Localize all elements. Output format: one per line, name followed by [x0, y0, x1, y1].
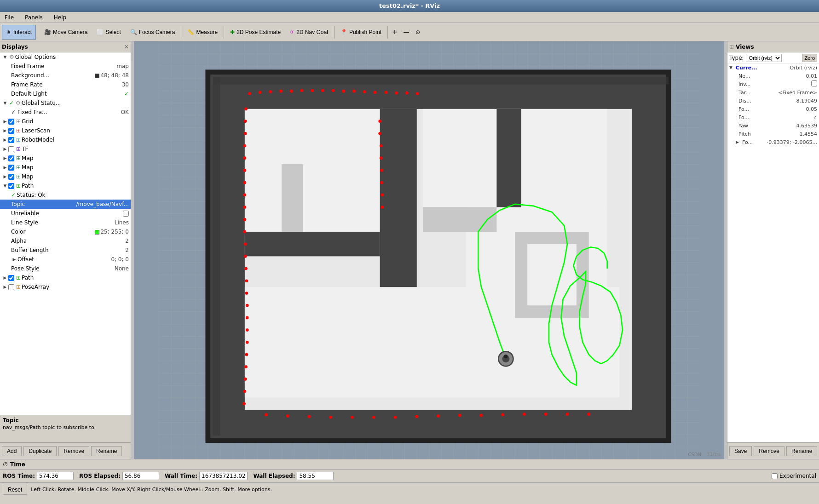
posearray-checkbox[interactable] [8, 284, 14, 290]
map1-arrow[interactable]: ▶ [2, 156, 8, 160]
default-light-row[interactable]: Default Light ✓ [0, 89, 131, 98]
duplicate-button[interactable]: Duplicate [23, 446, 57, 456]
tf-row[interactable]: ▶ ⊞ TF [0, 144, 131, 154]
views-target-row[interactable]: Tar... <Fixed Frame> [727, 88, 819, 97]
reset-button[interactable]: Reset [3, 485, 27, 495]
path1-offset-arrow[interactable]: ▶ [11, 257, 17, 262]
path1-color-label: Color [11, 229, 95, 235]
map2-arrow[interactable]: ▶ [2, 165, 8, 170]
global-options-row[interactable]: ▼ ⚙ Global Options [0, 52, 131, 62]
views-focal-row[interactable]: ▶ Fo... -0.93379; -2.0065... [727, 138, 819, 146]
path1-row[interactable]: ▼ ⊞ Path [0, 181, 131, 190]
rename-button[interactable]: Rename [91, 446, 122, 456]
views-inv-checkbox[interactable] [811, 80, 817, 86]
grid-arrow[interactable]: ▶ [2, 119, 8, 124]
svg-point-90 [504, 355, 508, 358]
select-button[interactable]: ⬜ Select [92, 25, 125, 40]
views-fo2-row[interactable]: Fo... ✓ [727, 113, 819, 121]
frame-rate-row[interactable]: Frame Rate 30 [0, 80, 131, 89]
grid-checkbox[interactable] [8, 119, 14, 125]
displays-close-icon[interactable]: ✕ [124, 44, 129, 50]
views-current-row[interactable]: ▼ Curre... Orbit (rviz) [727, 63, 819, 72]
views-dist-row[interactable]: Dis... 8.19049 [727, 97, 819, 105]
views-fo1-row[interactable]: Fo... 0.05 [727, 105, 819, 113]
2d-pose-button[interactable]: ✚ 2D Pose Estimate [226, 25, 285, 40]
path1-color-row[interactable]: Color 25; 255; 0 [0, 227, 131, 236]
viewport[interactable]: 31fps CSDN [134, 41, 724, 459]
path1-bufferlength-row[interactable]: Buffer Length 2 [0, 246, 131, 255]
fixed-frame-row[interactable]: Fixed Frame map [0, 62, 131, 71]
grid-row[interactable]: ▶ ⊞ Grid [0, 117, 131, 126]
views-inv-row[interactable]: Inv... [727, 80, 819, 88]
map3-checkbox[interactable] [8, 174, 14, 180]
svg-point-62 [243, 390, 247, 393]
path1-linestyle-row[interactable]: Line Style Lines [0, 218, 131, 227]
path2-row[interactable]: ▶ ⊞ Path [0, 273, 131, 282]
views-inv-label: Inv... [738, 81, 811, 87]
views-remove-button[interactable]: Remove [754, 446, 784, 456]
path1-arrow[interactable]: ▼ [2, 183, 8, 188]
path2-arrow[interactable]: ▶ [2, 275, 8, 280]
experimental-checkbox[interactable] [772, 473, 778, 479]
views-near-row[interactable]: Ne... 0.01 [727, 72, 819, 80]
map3-arrow[interactable]: ▶ [2, 174, 8, 179]
remove-button[interactable]: Remove [58, 446, 89, 456]
posearray-row[interactable]: ▶ ⊞ PoseArray [0, 282, 131, 292]
path1-offset-row[interactable]: ▶ Offset 0; 0; 0 [0, 255, 131, 264]
background-row[interactable]: Background... 48; 48; 48 [0, 71, 131, 80]
map2-checkbox[interactable] [8, 165, 14, 171]
views-yaw-label: Yaw [738, 123, 796, 129]
path1-posestyle-row[interactable]: Pose Style None [0, 264, 131, 273]
global-status-row[interactable]: ▼ ✓ ⚙ Global Statu... [0, 98, 131, 108]
publish-point-button[interactable]: 📍 Publish Point [336, 25, 386, 40]
laserscan-checkbox[interactable] [8, 128, 14, 134]
views-save-button[interactable]: Save [729, 446, 752, 456]
measure-button[interactable]: 📏 Measure [183, 25, 222, 40]
path2-checkbox[interactable] [8, 275, 14, 281]
views-yaw-row[interactable]: Yaw 4.63539 [727, 121, 819, 130]
views-rename-button[interactable]: Rename [786, 446, 817, 456]
tf-checkbox[interactable] [8, 146, 14, 152]
map1-row[interactable]: ▶ ⊞ Map [0, 154, 131, 163]
global-options-arrow[interactable]: ▼ [2, 55, 8, 59]
views-pitch-row[interactable]: Pitch 1.4554 [727, 130, 819, 138]
path1-unreliable-row[interactable]: Unreliable [0, 209, 131, 218]
map1-checkbox[interactable] [8, 155, 14, 161]
svg-point-67 [329, 416, 333, 419]
views-type-select[interactable]: Orbit (rviz) [746, 54, 782, 62]
path1-status-label: Status: Ok [17, 192, 131, 198]
interact-button[interactable]: 🖱 Interact [2, 25, 36, 40]
robotmodel-checkbox[interactable] [8, 137, 14, 143]
move-camera-button[interactable]: 🎥 Move Camera [40, 25, 92, 40]
map3-row[interactable]: ▶ ⊞ Map [0, 172, 131, 181]
extra-btn-1[interactable]: ✛ [390, 25, 400, 40]
path1-status-row[interactable]: ✓ Status: Ok [0, 190, 131, 200]
path1-offset-value: 0; 0; 0 [111, 256, 131, 263]
extra-btn-2[interactable]: — [401, 25, 412, 40]
extra-btn-3[interactable]: ⊙ [413, 25, 423, 40]
svg-point-79 [587, 412, 590, 416]
map-svg[interactable] [134, 41, 724, 459]
views-pitch-value: 1.4554 [800, 131, 818, 137]
path1-checkbox[interactable] [8, 183, 14, 189]
path1-unreliable-checkbox[interactable] [123, 211, 129, 217]
path1-alpha-row[interactable]: Alpha 2 [0, 236, 131, 246]
menu-help[interactable]: Help [51, 13, 69, 22]
displays-list[interactable]: ▼ ⚙ Global Options Fixed Frame map Backg… [0, 52, 131, 415]
tf-arrow[interactable]: ▶ [2, 147, 8, 151]
map2-row[interactable]: ▶ ⊞ Map [0, 163, 131, 172]
path1-topic-row[interactable]: Topic /move_base/Navf... [0, 200, 131, 209]
add-button[interactable]: Add [2, 446, 22, 456]
laserscan-arrow[interactable]: ▶ [2, 128, 8, 133]
views-zero-button[interactable]: Zero [802, 54, 817, 62]
robotmodel-arrow[interactable]: ▶ [2, 137, 8, 142]
posearray-arrow[interactable]: ▶ [2, 285, 8, 289]
2d-nav-button[interactable]: ✈ 2D Nav Goal [286, 25, 332, 40]
focus-camera-button[interactable]: 🔍 Focus Camera [126, 25, 179, 40]
global-status-arrow[interactable]: ▼ [2, 101, 8, 105]
menu-file[interactable]: File [2, 13, 17, 22]
laserscan-row[interactable]: ▶ ⊞ LaserScan [0, 126, 131, 135]
robotmodel-row[interactable]: ▶ ⊞ RobotModel [0, 135, 131, 144]
fixed-frame-status-row[interactable]: ✓ Fixed Fra... OK [0, 108, 131, 117]
menu-panels[interactable]: Panels [22, 13, 46, 22]
